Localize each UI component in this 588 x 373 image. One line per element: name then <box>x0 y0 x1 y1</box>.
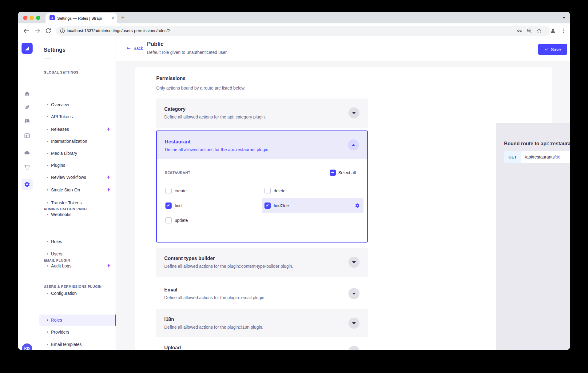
info-icon[interactable] <box>59 28 66 34</box>
forward-icon[interactable] <box>34 27 41 34</box>
sidebar-item-label: Plugins <box>51 163 65 168</box>
checkbox-findOne[interactable] <box>264 203 271 209</box>
sidebar-item-single-sign-on[interactable]: Single Sign-On <box>39 184 115 195</box>
bullet-icon <box>47 153 48 154</box>
window-minimize-button[interactable] <box>30 16 34 20</box>
sidebar-item-releases[interactable]: Releases <box>39 124 115 135</box>
browser-toolbar: localhost:1337/admin/settings/users-perm… <box>18 23 570 38</box>
subnav-divider <box>44 58 51 59</box>
rail-settings-gear-icon[interactable] <box>22 179 33 190</box>
sidebar-item-email-templates[interactable]: Email templates <box>39 339 115 350</box>
content-type-builder-icon <box>24 133 30 139</box>
group-divider <box>197 173 324 173</box>
rail-media-library-icon[interactable] <box>22 116 33 127</box>
reload-icon[interactable] <box>45 27 52 34</box>
rail-deploy-cloud-icon[interactable] <box>22 147 33 158</box>
profile-icon[interactable] <box>549 27 557 34</box>
browser-tab[interactable]: Settings — Roles | Strapi × <box>46 13 117 23</box>
sidebar-item-media-library[interactable]: Media Library <box>39 148 115 159</box>
sidebar-item-transfer-tokens[interactable]: Transfer Tokens <box>39 197 115 208</box>
rail-marketplace-cart-icon[interactable] <box>22 162 33 173</box>
sidebar-item-label: Roles <box>51 239 62 244</box>
permission-update[interactable]: update <box>165 217 188 223</box>
key-icon[interactable] <box>516 28 522 34</box>
avatar[interactable]: KD <box>22 343 32 350</box>
settings-gear-icon[interactable] <box>355 203 360 208</box>
chevron-down-icon[interactable] <box>348 257 360 268</box>
group-label: RESTAURANT <box>165 171 190 174</box>
sidebar-item-label: Media Library <box>51 151 77 156</box>
accordion-description: Define all allowed actions for the plugi… <box>164 264 293 269</box>
chevron-down-icon[interactable] <box>348 107 360 118</box>
sidebar-item-configuration[interactable]: Configuration <box>39 288 115 299</box>
save-button[interactable]: Save <box>538 44 567 55</box>
accordion-email: EmailDefine all allowed actions for the … <box>156 279 368 308</box>
checkbox-find[interactable] <box>165 203 172 209</box>
window-zoom-button[interactable] <box>36 16 40 20</box>
marketplace-cart-icon <box>24 164 30 170</box>
accordion-i18n: i18nDefine all allowed actions for the p… <box>156 309 368 338</box>
subnav-title: Settings <box>44 47 66 53</box>
rail-content-feather-icon[interactable] <box>22 102 33 113</box>
chevron-down-icon[interactable] <box>348 318 360 329</box>
bullet-icon <box>47 253 48 255</box>
route-path-main: /api/restaurants <box>525 154 555 159</box>
permission-findOne[interactable]: findOne <box>264 203 289 209</box>
permission-create[interactable]: create <box>165 188 187 194</box>
bullet-icon <box>47 165 48 166</box>
sidebar-item-users[interactable]: Users <box>39 248 115 259</box>
sidebar-item-plugins[interactable]: Plugins <box>39 160 115 171</box>
back-label: Back <box>133 46 143 51</box>
zoom-in-icon[interactable] <box>526 28 532 34</box>
menu-icon[interactable] <box>560 27 567 34</box>
chevron-down-icon[interactable] <box>348 288 360 299</box>
sidebar-item-review-workflows[interactable]: Review Workflows <box>39 172 115 183</box>
window-close-button[interactable] <box>23 16 27 20</box>
chevron-up-icon[interactable] <box>348 139 359 150</box>
rail-home-icon[interactable] <box>22 88 33 99</box>
bound-route-heading: Bound route to api::restaurant.restauran… <box>504 141 570 146</box>
tab-close-icon[interactable]: × <box>111 15 114 21</box>
accordion-category: CategoryDefine all allowed actions for t… <box>156 98 368 128</box>
permission-label: find <box>175 203 182 208</box>
rail-content-type-builder-icon[interactable] <box>22 130 33 141</box>
select-all[interactable]: Select all <box>330 170 356 176</box>
bullet-icon <box>47 189 48 191</box>
bullet-icon <box>47 319 48 321</box>
page-background: Permissions Only actions bound by a rout… <box>116 61 570 350</box>
sidebar-item-api-tokens[interactable]: API Tokens <box>39 111 115 122</box>
sidebar-item-label: Overview <box>51 102 69 107</box>
select-all-checkbox[interactable] <box>330 170 336 176</box>
strapi-logo[interactable] <box>22 43 33 54</box>
new-tab-button[interactable]: + <box>121 14 125 21</box>
accordion-title: Restaurant <box>165 139 191 145</box>
bolt-icon <box>106 263 111 268</box>
checkbox-update[interactable] <box>165 217 172 223</box>
sidebar-item-providers[interactable]: Providers <box>39 327 115 338</box>
permission-label: delete <box>274 188 285 193</box>
bolt-icon <box>106 263 111 268</box>
bound-route-heading-main: Bound route to api::restaurant <box>504 141 570 146</box>
checkbox-delete[interactable] <box>264 188 271 194</box>
sidebar-item-roles[interactable]: Roles <box>39 236 115 247</box>
star-icon[interactable] <box>536 28 542 34</box>
chevron-down-icon[interactable] <box>348 346 360 350</box>
checkbox-create[interactable] <box>165 188 172 194</box>
permission-find[interactable]: find <box>165 203 182 209</box>
tab-search-chevron-icon[interactable] <box>562 17 566 19</box>
permission-delete[interactable]: delete <box>264 188 285 194</box>
sidebar-item-label: Configuration <box>51 291 77 296</box>
back-link[interactable]: Back <box>126 46 143 51</box>
accordion-header[interactable]: RestaurantDefine all allowed actions for… <box>157 131 367 159</box>
url-bar[interactable]: localhost:1337/admin/settings/users-perm… <box>56 26 550 36</box>
bolt-icon <box>106 187 111 192</box>
sidebar-item-internationalization[interactable]: Internationalization <box>39 136 115 147</box>
subnav-section-label: GLOBAL SETTINGS <box>44 70 78 74</box>
sidebar-item-overview[interactable]: Overview <box>39 99 115 110</box>
permission-label: create <box>175 188 187 193</box>
permissions-subheading: Only actions bound by a route are listed… <box>156 86 245 90</box>
sidebar-item-roles[interactable]: Roles <box>39 315 115 326</box>
back-icon[interactable] <box>22 27 30 34</box>
bullet-icon <box>47 177 48 178</box>
bullet-icon <box>47 241 48 242</box>
